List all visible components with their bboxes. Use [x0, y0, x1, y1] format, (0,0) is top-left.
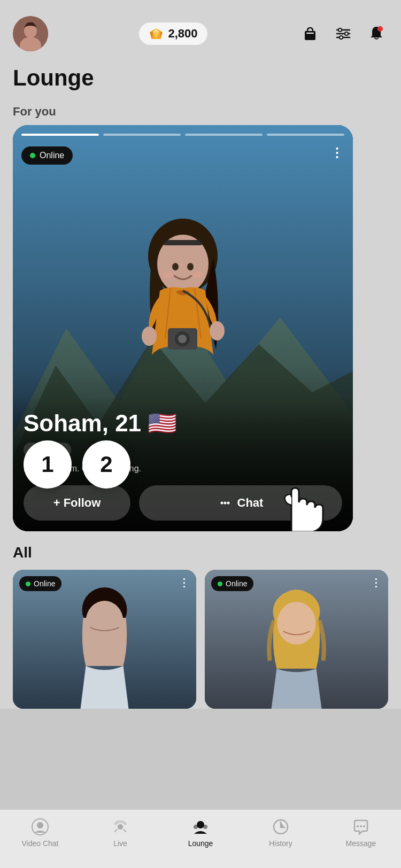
gem-badge-container: 2,800: [48, 22, 298, 45]
all-section-label: All: [13, 544, 388, 561]
all-grid: Online ⋮: [13, 570, 388, 709]
all-card-1-online-text: Online: [34, 579, 55, 588]
slide-dot-1[interactable]: [21, 134, 99, 136]
all-card-2-online: Online: [211, 576, 253, 591]
svg-point-26: [178, 335, 187, 343]
bag-button[interactable]: [298, 22, 322, 45]
lounge-icon: [191, 817, 210, 836]
svg-rect-23: [163, 240, 203, 245]
page-title-area: Lounge: [0, 60, 401, 95]
online-badge: Online: [21, 146, 73, 165]
online-dot: [30, 153, 35, 158]
slide-dot-3[interactable]: [185, 134, 263, 136]
svg-point-43: [277, 602, 316, 645]
nav-item-live[interactable]: Live: [80, 817, 160, 848]
svg-marker-6: [160, 32, 163, 39]
svg-point-47: [197, 821, 204, 828]
filter-button[interactable]: [331, 22, 355, 45]
notification-button[interactable]: [365, 22, 388, 45]
svg-point-52: [360, 825, 362, 827]
header-icons: [298, 22, 388, 45]
svg-point-27: [142, 327, 157, 346]
svg-point-51: [357, 825, 359, 827]
svg-point-48: [194, 825, 198, 829]
all-card-2-online-dot: [218, 582, 222, 586]
message-icon: [351, 817, 371, 836]
svg-rect-8: [305, 31, 315, 40]
step-2-circle: 2: [82, 440, 130, 489]
all-card-2-menu[interactable]: ⋮: [371, 576, 382, 589]
gem-icon: [149, 27, 164, 40]
page-title: Lounge: [13, 65, 388, 91]
slide-dot-4[interactable]: [267, 134, 344, 136]
for-you-scroll: Online ⋮ Soham, 21 🇺🇸 📍 12km Hi! I'm Soh…: [0, 125, 401, 531]
gem-badge[interactable]: 2,800: [139, 22, 207, 45]
online-text: Online: [40, 151, 64, 160]
slide-indicators: [21, 134, 344, 136]
all-card-2-online-text: Online: [226, 579, 247, 588]
all-card-1-menu[interactable]: ⋮: [179, 576, 190, 589]
svg-point-34: [223, 502, 226, 505]
svg-point-46: [118, 824, 123, 830]
chat-icon: [218, 496, 232, 510]
bell-icon: [368, 25, 385, 42]
svg-point-45: [37, 822, 43, 828]
nav-item-history[interactable]: History: [241, 817, 321, 848]
filter-icon: [335, 25, 352, 42]
svg-point-28: [210, 321, 225, 340]
gem-count: 2,800: [168, 27, 197, 41]
svg-point-53: [363, 825, 365, 827]
slide-dot-2[interactable]: [103, 134, 181, 136]
all-card-1[interactable]: Online ⋮: [13, 570, 196, 709]
svg-rect-9: [306, 33, 314, 34]
nav-item-video-chat[interactable]: Video Chat: [0, 817, 80, 848]
all-card-1-online-dot: [26, 582, 30, 586]
action-buttons: + Follow Chat: [24, 485, 342, 521]
step-circles: 1 2: [24, 440, 130, 489]
nav-label-video-chat: Video Chat: [21, 839, 58, 848]
history-icon: [271, 817, 290, 836]
svg-point-29: [172, 263, 179, 270]
card-menu-button[interactable]: ⋮: [330, 146, 344, 159]
for-you-section-label: For you: [0, 95, 401, 125]
nav-item-message[interactable]: Message: [321, 817, 401, 848]
svg-point-15: [340, 36, 343, 39]
svg-point-13: [338, 28, 342, 32]
all-section: All Online: [0, 531, 401, 709]
video-chat-icon: [30, 817, 50, 836]
step-1-circle: 1: [24, 440, 72, 489]
svg-point-14: [345, 32, 348, 35]
nav-label-history: History: [269, 839, 292, 848]
svg-point-16: [377, 26, 383, 32]
nav-label-live: Live: [113, 839, 127, 848]
bottom-nav: Video Chat Live Lounge: [0, 809, 401, 868]
profile-name: Soham, 21 🇺🇸: [24, 409, 342, 437]
svg-point-39: [86, 601, 124, 641]
profile-card[interactable]: Online ⋮ Soham, 21 🇺🇸 📍 12km Hi! I'm Soh…: [13, 125, 353, 531]
bag-icon: [302, 25, 319, 42]
svg-point-30: [187, 263, 194, 270]
all-card-1-online: Online: [19, 576, 61, 591]
header: 2,800: [0, 0, 401, 60]
nav-label-lounge: Lounge: [188, 839, 213, 848]
nav-label-message: Message: [346, 839, 376, 848]
svg-point-32: [192, 272, 203, 278]
all-card-2[interactable]: Online ⋮: [205, 570, 388, 709]
chat-button[interactable]: Chat: [139, 485, 342, 521]
nav-item-lounge[interactable]: Lounge: [160, 817, 241, 848]
live-icon: [111, 817, 130, 836]
svg-point-31: [163, 272, 173, 278]
svg-point-35: [227, 502, 229, 505]
avatar[interactable]: [13, 16, 48, 51]
follow-button[interactable]: + Follow: [24, 485, 130, 521]
svg-point-49: [203, 825, 207, 829]
svg-point-33: [220, 502, 223, 505]
